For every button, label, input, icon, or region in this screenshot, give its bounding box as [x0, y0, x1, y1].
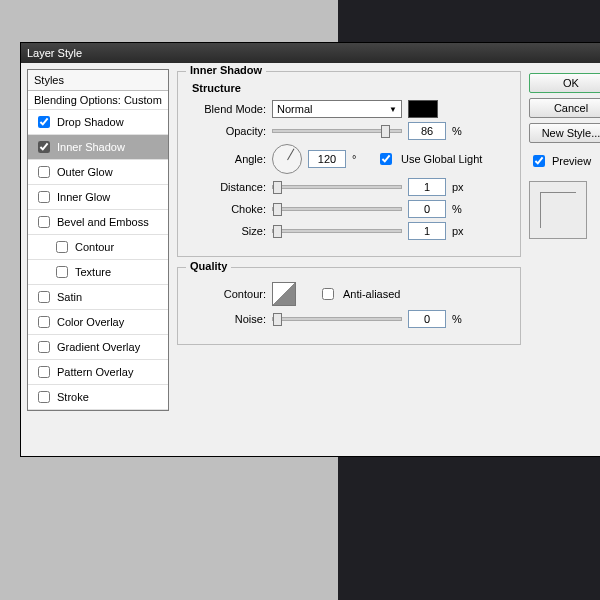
titlebar[interactable]: Layer Style × — [21, 43, 600, 63]
list-item[interactable]: Bevel and Emboss — [28, 210, 168, 235]
list-item[interactable]: Drop Shadow — [28, 110, 168, 135]
list-item[interactable]: Inner Shadow — [28, 135, 168, 160]
dialog-buttons: OK Cancel New Style... Preview — [529, 69, 600, 411]
style-label: Inner Shadow — [57, 141, 125, 153]
angle-label: Angle: — [188, 153, 266, 165]
slider-thumb-icon[interactable] — [273, 313, 282, 326]
list-item[interactable]: Texture — [28, 260, 168, 285]
list-item[interactable]: Contour — [28, 235, 168, 260]
unit-label: px — [452, 181, 470, 193]
blending-label: Blending Options: Custom — [34, 94, 162, 106]
checkbox-icon[interactable] — [38, 116, 50, 128]
noise-field[interactable]: 0 — [408, 310, 446, 328]
quality-group: Quality Contour: Anti-aliased Noise: 0 % — [177, 267, 521, 345]
list-item[interactable]: Gradient Overlay — [28, 335, 168, 360]
blend-mode-label: Blend Mode: — [188, 103, 266, 115]
unit-label: % — [452, 125, 470, 137]
angle-dial[interactable] — [272, 144, 302, 174]
antialias-checkbox[interactable] — [322, 288, 334, 300]
checkbox-icon[interactable] — [38, 191, 50, 203]
settings-panel: Inner Shadow Structure Blend Mode: Norma… — [177, 69, 521, 411]
opacity-label: Opacity: — [188, 125, 266, 137]
preview-label: Preview — [552, 155, 591, 167]
distance-field[interactable]: 1 — [408, 178, 446, 196]
blend-mode-value: Normal — [277, 103, 312, 115]
style-label: Color Overlay — [57, 316, 124, 328]
contour-picker[interactable] — [272, 282, 296, 306]
list-item[interactable]: Outer Glow — [28, 160, 168, 185]
style-label: Inner Glow — [57, 191, 110, 203]
color-swatch[interactable] — [408, 100, 438, 118]
list-item[interactable]: Color Overlay — [28, 310, 168, 335]
blend-mode-select[interactable]: Normal ▼ — [272, 100, 402, 118]
chevron-down-icon: ▼ — [389, 105, 397, 114]
preview-thumbnail — [529, 181, 587, 239]
slider-thumb-icon[interactable] — [381, 125, 390, 138]
style-label: Bevel and Emboss — [57, 216, 149, 228]
styles-list: Styles Blending Options: Custom Drop Sha… — [27, 69, 169, 411]
group-title: Inner Shadow — [186, 64, 266, 76]
checkbox-icon[interactable] — [38, 141, 50, 153]
global-light-label: Use Global Light — [401, 153, 482, 165]
ok-button[interactable]: OK — [529, 73, 600, 93]
list-item[interactable]: Pattern Overlay — [28, 360, 168, 385]
list-item[interactable]: Satin — [28, 285, 168, 310]
style-label: Gradient Overlay — [57, 341, 140, 353]
antialias-label: Anti-aliased — [343, 288, 400, 300]
unit-label: ° — [352, 153, 370, 165]
size-field[interactable]: 1 — [408, 222, 446, 240]
cancel-button[interactable]: Cancel — [529, 98, 600, 118]
unit-label: % — [452, 203, 470, 215]
style-label: Texture — [75, 266, 111, 278]
styles-header[interactable]: Styles — [28, 70, 168, 91]
style-label: Pattern Overlay — [57, 366, 133, 378]
contour-label: Contour: — [188, 288, 266, 300]
slider-thumb-icon[interactable] — [273, 225, 282, 238]
style-label: Contour — [75, 241, 114, 253]
style-label: Outer Glow — [57, 166, 113, 178]
layer-style-dialog: Layer Style × Styles Blending Options: C… — [20, 42, 600, 457]
angle-field[interactable]: 120 — [308, 150, 346, 168]
size-label: Size: — [188, 225, 266, 237]
checkbox-icon[interactable] — [38, 166, 50, 178]
checkbox-icon[interactable] — [56, 241, 68, 253]
checkbox-icon[interactable] — [38, 316, 50, 328]
checkbox-icon[interactable] — [38, 341, 50, 353]
opacity-slider[interactable] — [272, 129, 402, 133]
slider-thumb-icon[interactable] — [273, 181, 282, 194]
noise-label: Noise: — [188, 313, 266, 325]
new-style-button[interactable]: New Style... — [529, 123, 600, 143]
noise-slider[interactable] — [272, 317, 402, 321]
choke-slider[interactable] — [272, 207, 402, 211]
unit-label: % — [452, 313, 470, 325]
choke-field[interactable]: 0 — [408, 200, 446, 218]
list-item[interactable]: Stroke — [28, 385, 168, 410]
distance-slider[interactable] — [272, 185, 402, 189]
global-light-checkbox[interactable] — [380, 153, 392, 165]
slider-thumb-icon[interactable] — [273, 203, 282, 216]
structure-heading: Structure — [192, 82, 510, 94]
checkbox-icon[interactable] — [38, 216, 50, 228]
preview-checkbox[interactable] — [533, 155, 545, 167]
checkbox-icon[interactable] — [56, 266, 68, 278]
window-title: Layer Style — [27, 47, 82, 59]
checkbox-icon[interactable] — [38, 291, 50, 303]
opacity-field[interactable]: 86 — [408, 122, 446, 140]
style-label: Drop Shadow — [57, 116, 124, 128]
checkbox-icon[interactable] — [38, 366, 50, 378]
checkbox-icon[interactable] — [38, 391, 50, 403]
size-slider[interactable] — [272, 229, 402, 233]
style-label: Satin — [57, 291, 82, 303]
choke-label: Choke: — [188, 203, 266, 215]
list-item[interactable]: Inner Glow — [28, 185, 168, 210]
blending-options-row[interactable]: Blending Options: Custom — [28, 91, 168, 110]
distance-label: Distance: — [188, 181, 266, 193]
unit-label: px — [452, 225, 470, 237]
group-title: Quality — [186, 260, 231, 272]
style-label: Stroke — [57, 391, 89, 403]
inner-shadow-group: Inner Shadow Structure Blend Mode: Norma… — [177, 71, 521, 257]
